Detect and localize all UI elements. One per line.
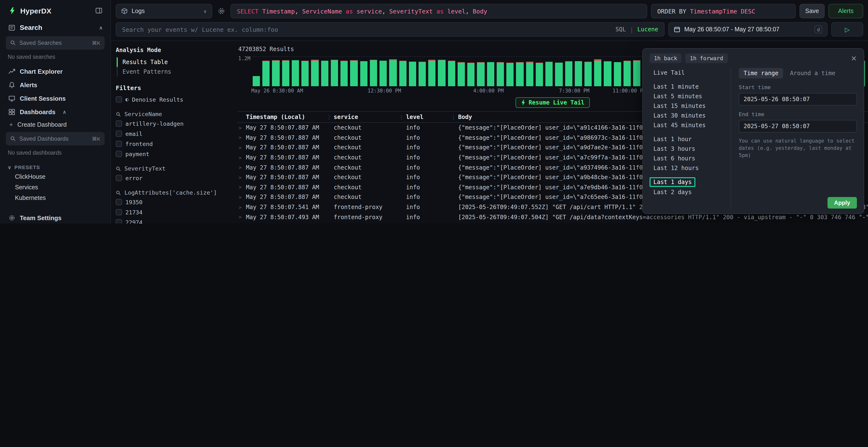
histogram-bar[interactable] bbox=[526, 57, 533, 86]
source-settings-gear-icon[interactable] bbox=[216, 7, 227, 15]
range-last-30-minutes[interactable]: Last 30 minutes bbox=[650, 111, 731, 120]
column-resize-handle[interactable]: ⋮ bbox=[327, 114, 332, 121]
lang-toggle-lucene[interactable]: Lucene bbox=[637, 26, 658, 33]
date-range-input[interactable]: May 26 08:50:07 - May 27 08:50:07 d bbox=[669, 22, 828, 37]
histogram-bar[interactable] bbox=[370, 57, 377, 86]
lang-toggle-sql[interactable]: SQL bbox=[616, 26, 626, 33]
checkbox[interactable] bbox=[116, 96, 122, 103]
mode-results-table[interactable]: Results Table bbox=[117, 57, 232, 67]
column-resize-handle[interactable]: ⋮ bbox=[399, 114, 404, 121]
range-last-6-hours[interactable]: Last 6 hours bbox=[650, 153, 731, 163]
sidebar-item-team-settings[interactable]: Team Settings bbox=[0, 211, 111, 224]
close-icon[interactable]: × bbox=[851, 55, 857, 62]
run-query-button[interactable]: ▷ bbox=[831, 22, 863, 37]
sidebar-collapse-icon[interactable] bbox=[95, 7, 103, 14]
checkbox[interactable] bbox=[116, 121, 122, 127]
checkbox[interactable] bbox=[116, 209, 122, 215]
checkbox[interactable] bbox=[116, 219, 122, 224]
sidebar-item-dashboards[interactable]: Dashboards ∧ bbox=[0, 105, 111, 118]
shift-1h-back-button[interactable]: 1h back bbox=[650, 54, 682, 63]
histogram-bar[interactable] bbox=[301, 57, 309, 86]
histogram-bar[interactable] bbox=[516, 57, 523, 86]
sidebar-item-kubernetes[interactable]: Kubernetes bbox=[0, 193, 111, 203]
sidebar-item-search[interactable]: Search ∧ bbox=[0, 20, 111, 35]
row-expand-chevron[interactable]: > bbox=[237, 135, 246, 140]
histogram-bar[interactable] bbox=[409, 57, 416, 86]
sql-select-editor[interactable]: SELECT Timestamp, ServiceName as service… bbox=[230, 4, 647, 18]
range-last-12-hours[interactable]: Last 12 hours bbox=[650, 163, 731, 172]
histogram-bar[interactable] bbox=[399, 57, 406, 86]
sidebar-item-chart-explorer[interactable]: Chart Explorer bbox=[0, 65, 111, 78]
histogram-bar[interactable] bbox=[623, 57, 631, 86]
mode-event-patterns[interactable]: Event Patterns bbox=[118, 67, 232, 77]
histogram-bar[interactable] bbox=[546, 57, 553, 86]
row-expand-chevron[interactable]: > bbox=[237, 155, 246, 160]
range-last-1-hour[interactable]: Last 1 hour bbox=[650, 134, 731, 143]
histogram-bar[interactable] bbox=[575, 57, 582, 86]
sidebar-item-client-sessions[interactable]: Client Sessions bbox=[0, 92, 111, 105]
histogram-bar[interactable] bbox=[379, 57, 387, 86]
end-time-input[interactable]: 2025-05-27 08:50:07 bbox=[739, 120, 857, 133]
filter-checkbox-row[interactable]: 19350 bbox=[116, 197, 232, 207]
range-last-5-minutes[interactable]: Last 5 minutes bbox=[650, 92, 731, 101]
histogram-bar[interactable] bbox=[311, 57, 318, 86]
histogram-bar[interactable] bbox=[292, 57, 299, 86]
filter-checkbox-row[interactable]: 21734 bbox=[116, 207, 232, 217]
histogram-bar[interactable] bbox=[604, 57, 611, 86]
checkbox[interactable] bbox=[116, 199, 122, 205]
filter-checkbox-row[interactable]: 22974 bbox=[116, 217, 232, 224]
checkbox[interactable] bbox=[116, 151, 122, 157]
saved-dashboards-input[interactable]: Saved Dashboards ⌘K bbox=[6, 132, 105, 145]
event-search-input[interactable]: Search your events w/ Lucene ex. column:… bbox=[116, 22, 664, 37]
histogram-bar[interactable] bbox=[614, 57, 621, 86]
row-expand-chevron[interactable]: > bbox=[237, 145, 246, 150]
histogram-bar[interactable] bbox=[585, 57, 592, 86]
presets-section-header[interactable]: ∨ PRESETS bbox=[0, 161, 111, 171]
resume-live-tail-button[interactable]: Resume Live Tail bbox=[516, 97, 590, 108]
histogram-bar[interactable] bbox=[633, 57, 641, 86]
range-last-45-minutes[interactable]: Last 45 minutes bbox=[650, 121, 731, 130]
source-select[interactable]: Logs ∨ bbox=[116, 4, 212, 18]
histogram-bar[interactable] bbox=[467, 57, 474, 86]
histogram-bar[interactable] bbox=[282, 57, 289, 86]
filter-group-severitytext[interactable]: SeverityText bbox=[116, 164, 232, 173]
create-dashboard-button[interactable]: + Create Dashboard bbox=[0, 118, 111, 131]
histogram-bar[interactable] bbox=[497, 57, 504, 86]
start-time-input[interactable]: 2025-05-26 08:50:07 bbox=[739, 93, 857, 105]
range-last-1-days[interactable]: Last 1 days bbox=[650, 177, 695, 187]
histogram-bar[interactable] bbox=[331, 57, 338, 86]
filter-checkbox-row[interactable]: artillery-loadgen bbox=[116, 118, 232, 129]
range-last-3-hours[interactable]: Last 3 hours bbox=[650, 144, 731, 153]
saved-searches-input[interactable]: Saved Searches ⌘K bbox=[6, 36, 105, 49]
histogram-bar[interactable] bbox=[428, 57, 435, 86]
sidebar-item-services[interactable]: Services bbox=[0, 182, 111, 193]
tab-around-a-time[interactable]: Around a time bbox=[785, 68, 840, 78]
range-live-tail[interactable]: Live Tail bbox=[650, 68, 731, 77]
column-timestamp[interactable]: Timestamp (Local)⋮ bbox=[246, 114, 334, 121]
histogram-bar[interactable] bbox=[506, 57, 514, 86]
sidebar-item-alerts[interactable]: Alerts bbox=[0, 78, 111, 92]
histogram-bar[interactable] bbox=[477, 57, 485, 86]
row-expand-chevron[interactable]: > bbox=[237, 195, 246, 200]
denoise-results-checkbox-row[interactable]: ◐ Denoise Results bbox=[116, 94, 232, 105]
column-service[interactable]: service⋮ bbox=[334, 114, 406, 121]
filter-checkbox-row[interactable]: payment bbox=[116, 149, 232, 159]
filter-checkbox-row[interactable]: frontend bbox=[116, 139, 232, 149]
filter-checkbox-row[interactable]: error bbox=[116, 173, 232, 183]
filter-checkbox-row[interactable]: email bbox=[116, 129, 232, 139]
histogram-bar[interactable] bbox=[390, 57, 397, 86]
checkbox[interactable] bbox=[116, 175, 122, 181]
histogram-bar[interactable] bbox=[565, 57, 572, 86]
histogram-bar[interactable] bbox=[536, 57, 543, 86]
row-expand-chevron[interactable]: > bbox=[237, 185, 246, 190]
apply-button[interactable]: Apply bbox=[827, 197, 857, 209]
column-level[interactable]: level⋮ bbox=[406, 114, 458, 121]
row-expand-chevron[interactable]: > bbox=[237, 214, 246, 220]
row-expand-chevron[interactable]: > bbox=[237, 204, 246, 210]
histogram-bar[interactable] bbox=[340, 57, 348, 86]
histogram-bar[interactable] bbox=[594, 57, 601, 86]
filter-group-servicename[interactable]: ServiceName bbox=[116, 110, 232, 118]
filter-group-cache-size[interactable]: LogAttributes['cache.size'] bbox=[116, 188, 232, 197]
row-expand-chevron[interactable]: > bbox=[237, 165, 246, 170]
alerts-button[interactable]: Alerts bbox=[829, 4, 863, 18]
